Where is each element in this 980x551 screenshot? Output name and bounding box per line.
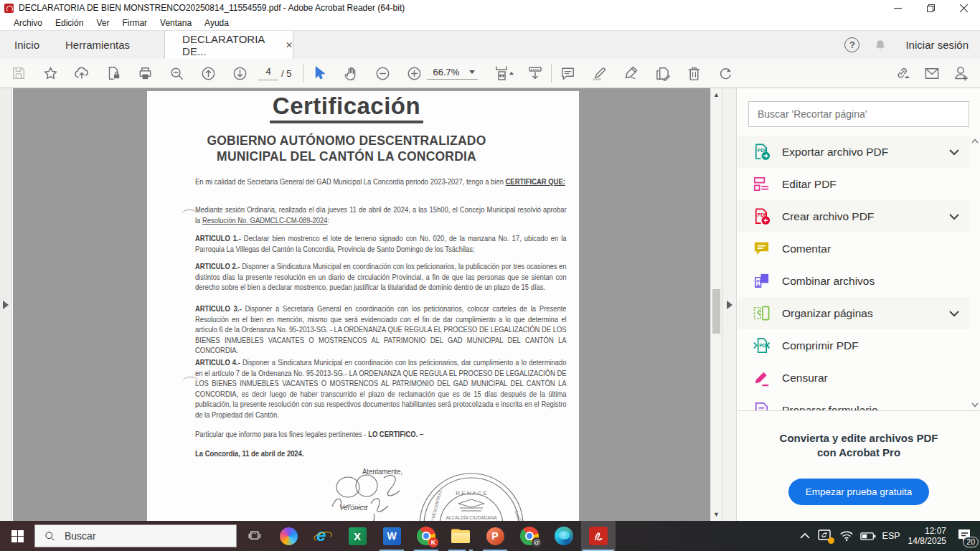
tool-comment[interactable]: Comentar	[738, 232, 970, 265]
tool-prepare-form[interactable]: Preparar formulario	[738, 394, 970, 410]
menu-ver[interactable]: Ver	[90, 18, 116, 28]
next-page-icon[interactable]	[231, 65, 248, 82]
close-button[interactable]	[947, 0, 980, 16]
chevron-down-icon[interactable]	[948, 146, 960, 159]
stamp-icon[interactable]	[654, 65, 671, 82]
menu-ventana[interactable]: Ventana	[154, 18, 198, 28]
print-icon[interactable]	[136, 65, 154, 82]
zoom-in-icon[interactable]	[405, 65, 423, 82]
svg-text:PDF: PDF	[758, 148, 767, 153]
tools-search-input[interactable]	[748, 101, 969, 127]
tool-redact[interactable]: Censurar	[738, 362, 970, 394]
taskbar-word-app[interactable]: W	[374, 521, 409, 551]
save-icon[interactable]	[10, 65, 27, 82]
delete-icon[interactable]	[685, 65, 702, 82]
taskbar-powerpoint-app[interactable]: P	[478, 521, 512, 551]
pdf-page[interactable]: Certificación GOBIERNO AUTÓNOMO DESCENTR…	[147, 91, 579, 521]
sidebar-scroll-down-icon[interactable]	[971, 402, 979, 408]
taskbar-ie-app[interactable]: e	[306, 521, 340, 551]
window-title: DECLARATORIA DE BIEN MONSTRENCO20250814_…	[19, 3, 405, 13]
left-panel-expand-icon[interactable]	[3, 301, 9, 309]
comment-icon[interactable]	[559, 65, 576, 82]
menu-edicion[interactable]: Edición	[49, 18, 90, 28]
scrolling-mode-icon[interactable]	[527, 65, 544, 82]
taskbar-copilot-app[interactable]	[271, 521, 306, 551]
select-tool-icon[interactable]	[311, 65, 328, 82]
sidebar-scroll-up-icon[interactable]	[971, 138, 979, 143]
hand-tool-icon[interactable]	[342, 65, 359, 82]
tab-close-icon[interactable]: ✕	[286, 40, 293, 50]
document-scrollbar[interactable]: ▲ ▼	[710, 88, 722, 521]
help-icon[interactable]: ?	[844, 37, 859, 52]
page-fit-icon[interactable]	[492, 65, 517, 82]
doc-title: Certificación	[270, 93, 423, 123]
tool-combine-files[interactable]: PDF Combinar archivos	[738, 265, 970, 297]
task-view-button[interactable]	[237, 521, 271, 551]
tool-create-pdf[interactable]: PDF Crear archivo PDF	[738, 200, 970, 232]
tab-document[interactable]: DECLARATORIA DE... ✕	[164, 31, 293, 59]
notifications-bell-icon[interactable]	[874, 38, 887, 52]
taskbar-chrome-profile2-app[interactable]: @	[512, 521, 547, 551]
doc-paragraph-date: La Concordia, 11 de abril de 2024.	[195, 448, 567, 459]
sign-in-button[interactable]: Iniciar sesión	[905, 39, 969, 51]
fill-sign-icon[interactable]	[622, 65, 639, 82]
taskbar-acrobat-app[interactable]	[581, 521, 616, 551]
battery-icon[interactable]	[860, 532, 876, 541]
zoom-level-select[interactable]: 66.7%	[427, 67, 478, 80]
left-panel-strip[interactable]	[0, 88, 12, 521]
wifi-icon[interactable]	[839, 530, 854, 542]
menu-firmar[interactable]: Firmar	[116, 18, 154, 28]
chrome-profile-badge: K	[428, 537, 438, 547]
highlight-icon[interactable]	[590, 65, 608, 82]
restore-button[interactable]	[914, 0, 947, 16]
official-stamp: R E N A C E ALCALDÍA CIUDADANA SECRETARÍ…	[414, 468, 529, 521]
tray-clock[interactable]: 12:07 14/8/2025	[908, 526, 946, 546]
document-viewer[interactable]: Certificación GOBIERNO AUTÓNOMO DESCENTR…	[13, 88, 710, 521]
tool-edit-pdf[interactable]: Editar PDF	[738, 168, 970, 200]
previous-page-icon[interactable]	[199, 65, 217, 82]
star-icon[interactable]	[42, 65, 59, 82]
taskbar-excel-app[interactable]: X	[340, 521, 374, 551]
taskbar-edge-app[interactable]	[547, 521, 581, 551]
taskbar-chrome-profile1-app[interactable]: K	[409, 521, 443, 551]
tools-sidebar: PDF Exportar archivo PDF Editar PDF PDF …	[738, 88, 980, 521]
taskbar-explorer-app[interactable]	[443, 521, 478, 551]
tray-expand-icon[interactable]	[799, 532, 811, 540]
sync-device-icon[interactable]	[817, 529, 833, 542]
cloud-upload-icon[interactable]	[73, 65, 90, 82]
minimize-button[interactable]	[881, 0, 914, 16]
notification-center[interactable]: 20	[954, 524, 979, 548]
right-panel-expand-icon[interactable]	[727, 301, 732, 309]
search-icon	[44, 531, 55, 542]
tab-herramientas[interactable]: Herramientas	[54, 31, 141, 59]
main-area: Certificación GOBIERNO AUTÓNOMO DESCENTR…	[0, 88, 980, 521]
start-button[interactable]	[0, 521, 34, 551]
page-number-input[interactable]: 4	[258, 66, 278, 80]
right-panel-strip[interactable]	[722, 88, 737, 521]
zoom-out-icon[interactable]	[374, 65, 391, 82]
scroll-down-icon[interactable]: ▼	[712, 511, 720, 518]
profile-add-icon[interactable]	[953, 65, 970, 82]
tool-compress-pdf[interactable]: PDF Comprimir PDF	[738, 329, 970, 362]
svg-text:Verónica: Verónica	[339, 504, 368, 512]
share-link-icon[interactable]	[894, 65, 911, 82]
scrollbar-thumb[interactable]	[712, 289, 720, 334]
tool-organize-pages[interactable]: Organizar páginas	[738, 297, 970, 329]
tool-export-pdf[interactable]: PDF Exportar archivo PDF	[738, 136, 970, 168]
email-icon[interactable]	[923, 65, 941, 82]
language-indicator[interactable]: ESP	[882, 531, 900, 541]
start-free-trial-button[interactable]: Empezar prueba gratuita	[788, 479, 930, 505]
chevron-down-icon[interactable]	[948, 307, 960, 320]
redo-icon[interactable]	[717, 65, 734, 82]
scroll-up-icon[interactable]: ▲	[712, 91, 720, 98]
tab-inicio[interactable]: Inicio	[0, 31, 54, 59]
compress-pdf-icon: PDF	[753, 336, 771, 354]
page-lock-icon[interactable]	[105, 65, 122, 82]
taskbar-search[interactable]: Buscar	[34, 524, 237, 547]
search-zoom-icon[interactable]	[168, 65, 185, 82]
chevron-down-icon[interactable]	[948, 210, 960, 223]
chrome-icon: @	[520, 527, 539, 545]
sidebar-scrollbar[interactable]	[970, 136, 980, 410]
menu-archivo[interactable]: Archivo	[7, 18, 49, 28]
menu-ayuda[interactable]: Ayuda	[198, 18, 235, 28]
